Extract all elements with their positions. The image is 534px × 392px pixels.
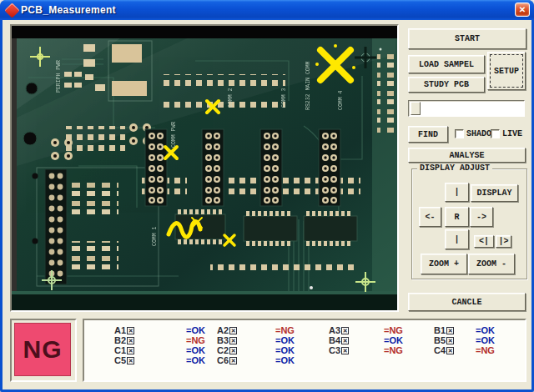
zone-checkbox-glyph [127, 327, 134, 334]
close-icon[interactable]: ✕ [515, 3, 530, 17]
white-dot-marker [310, 286, 313, 289]
move-right-button[interactable]: -> [470, 207, 493, 227]
cancle-button[interactable]: CANCLE [408, 293, 526, 311]
result-row: A3=NG [329, 325, 403, 335]
live-checkbox[interactable] [491, 129, 500, 138]
pcb-photo: PERIPH PWR COMM PWR COMM 1 COMM 2 COMM 3… [12, 26, 397, 310]
reset-center-button[interactable]: R [445, 207, 469, 227]
overall-result-badge: NG [14, 323, 71, 376]
zone-id: C3 [329, 345, 340, 355]
analyse-button[interactable]: ANALYSE [408, 148, 526, 163]
zone-id: B1 [434, 325, 446, 335]
zone-id: C2 [217, 345, 229, 355]
zone-result: =OK [476, 335, 495, 345]
zone-id: B4 [329, 335, 340, 345]
results-panel: A1=OK B2=NG C1=OK C5=OK A2=NG B3=OK C2=O… [83, 319, 526, 382]
result-row: B2=NG [114, 335, 205, 345]
result-row: C5=OK [114, 355, 205, 365]
display-adjust-title: DISPLAY ADJUST [417, 163, 492, 173]
zone-result: =NG [384, 325, 403, 335]
pcb-image-viewport[interactable]: PERIPH PWR COMM PWR COMM 1 COMM 2 COMM 3… [10, 24, 399, 312]
load-sampel-button[interactable]: LOAD SAMPEL [408, 55, 485, 73]
display-button[interactable]: DISPLAY [471, 184, 518, 202]
zone-id: C6 [217, 355, 229, 365]
zone-checkbox-glyph [127, 347, 134, 354]
find-button[interactable]: FIND [408, 126, 448, 143]
zone-checkbox-glyph [446, 337, 454, 344]
shadow-checkbox[interactable] [455, 129, 464, 138]
zone-result: =OK [476, 325, 495, 335]
zone-result: =OK [384, 335, 403, 345]
zone-checkbox-glyph [446, 347, 454, 354]
app-icon [4, 3, 19, 18]
results-column-4: B1=OK B5=OK C4=NG [434, 325, 495, 355]
zone-id: A2 [217, 325, 229, 335]
study-pcb-button[interactable]: STUDY PCB [408, 77, 485, 93]
zone-result: =OK [275, 355, 295, 365]
setup-button[interactable]: SETUP [487, 52, 526, 90]
zone-result: =NG [476, 345, 495, 355]
result-row: C4=NG [434, 345, 495, 355]
zone-result: =NG [186, 335, 205, 345]
board-label-comm4: COMM 4 [338, 90, 344, 110]
title-bar: PCB_Measurement ✕ [0, 0, 534, 20]
zone-id: B5 [434, 335, 446, 345]
zone-checkbox-glyph [446, 327, 454, 334]
zone-result: =OK [275, 345, 295, 355]
zoom-in-button[interactable]: ZOOM + [421, 254, 467, 274]
zone-checkbox-glyph [127, 337, 134, 344]
start-button[interactable]: START [408, 28, 526, 49]
board-label-comm-pwr: COMM PWR [171, 122, 177, 148]
result-row: C3=NG [329, 345, 403, 355]
step-right-button[interactable]: |> [496, 235, 511, 248]
result-row: C1=OK [114, 345, 205, 355]
zone-result: =OK [186, 345, 205, 355]
board-label-rs232: RS232 MAIN COMM [305, 61, 311, 110]
result-row: B5=OK [434, 335, 495, 345]
board-label-comm2: COMM 2 [228, 88, 234, 108]
slider-thumb[interactable] [411, 102, 421, 115]
board-label-periph-pwr: PERIPH PWR [56, 60, 62, 93]
app-window: PCB_Measurement ✕ [0, 0, 534, 392]
result-row: C2=OK [217, 345, 295, 355]
result-row: A1=OK [114, 325, 205, 335]
zone-result: =OK [186, 325, 205, 335]
zone-checkbox-glyph [341, 327, 349, 334]
zone-result: =NG [275, 325, 295, 335]
board-label-comm1: COMM 1 [152, 226, 158, 246]
move-left-button[interactable]: <- [419, 207, 441, 227]
window-title: PCB_Measurement [21, 4, 116, 16]
result-row: B1=OK [434, 325, 495, 335]
zone-checkbox-glyph [127, 357, 134, 364]
overall-result-frame: NG [10, 319, 77, 382]
step-left-button[interactable]: <| [474, 235, 494, 248]
zone-id: B2 [114, 335, 126, 345]
zoom-out-button[interactable]: ZOOM - [468, 254, 515, 274]
zone-checkbox-glyph [229, 357, 237, 364]
live-checkbox-row: LIVE [491, 129, 522, 138]
result-row: A2=NG [217, 325, 295, 335]
live-label: LIVE [502, 129, 522, 138]
zone-id: C1 [114, 345, 126, 355]
results-column-3: A3=NG B4=OK C3=NG [329, 325, 403, 355]
zone-checkbox-glyph [341, 347, 349, 354]
zone-result: =OK [275, 335, 295, 345]
zone-checkbox-glyph [229, 337, 237, 344]
move-up-button[interactable]: | [445, 183, 469, 202]
progress-slider[interactable] [408, 100, 525, 117]
zone-checkbox-glyph [229, 327, 237, 334]
zone-checkbox-glyph [341, 337, 349, 344]
result-row: B4=OK [329, 335, 403, 345]
zone-result: =OK [186, 355, 205, 365]
board-label-comm3: COMM 3 [281, 88, 287, 108]
zone-id: A1 [114, 325, 126, 335]
move-down-button[interactable]: | [445, 229, 469, 249]
result-row: C6=OK [217, 355, 295, 365]
zone-id: A3 [329, 325, 340, 335]
zone-id: B3 [217, 335, 229, 345]
results-column-1: A1=OK B2=NG C1=OK C5=OK [114, 325, 205, 365]
zone-result: =NG [384, 345, 403, 355]
zone-id: C4 [434, 345, 446, 355]
result-row: B3=OK [217, 335, 295, 345]
zone-id: C5 [114, 355, 126, 365]
